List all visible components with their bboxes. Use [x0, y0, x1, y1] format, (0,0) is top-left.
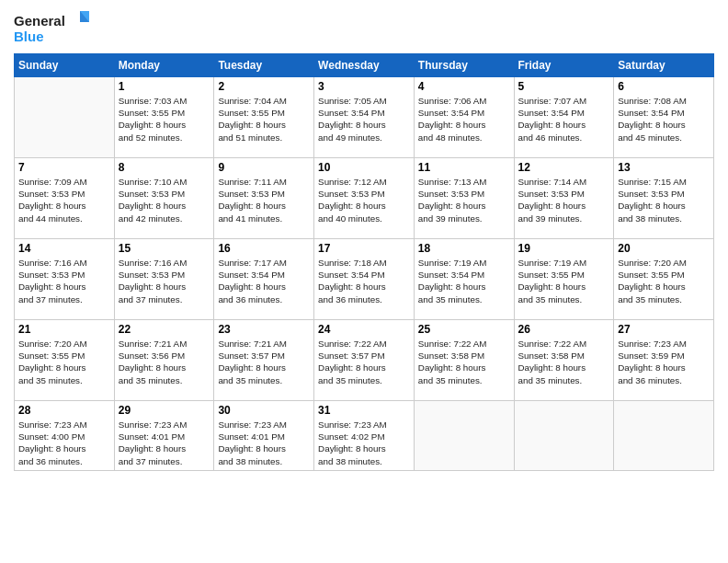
calendar-cell: 25Sunrise: 7:22 AMSunset: 3:58 PMDayligh…: [414, 320, 514, 401]
calendar-cell: 9Sunrise: 7:11 AMSunset: 3:53 PMDaylight…: [214, 158, 314, 239]
day-number: 26: [518, 323, 610, 336]
day-info: Sunrise: 7:05 AMSunset: 3:54 PMDaylight:…: [318, 95, 410, 144]
day-info: Sunrise: 7:23 AMSunset: 4:01 PMDaylight:…: [218, 419, 310, 467]
day-info: Sunrise: 7:16 AMSunset: 3:53 PMDaylight:…: [18, 257, 110, 305]
day-number: 17: [318, 242, 410, 255]
calendar-cell: 6Sunrise: 7:08 AMSunset: 3:54 PMDaylight…: [614, 77, 714, 158]
day-number: 21: [18, 323, 110, 336]
logo-svg: General Blue: [14, 9, 97, 46]
calendar-cell: 12Sunrise: 7:14 AMSunset: 3:53 PMDayligh…: [514, 158, 614, 239]
day-number: 1: [119, 80, 210, 93]
calendar-week-row: 7Sunrise: 7:09 AMSunset: 3:53 PMDaylight…: [15, 158, 714, 239]
day-number: 22: [119, 323, 210, 336]
day-info: Sunrise: 7:03 AMSunset: 3:55 PMDaylight:…: [119, 95, 210, 144]
day-info: Sunrise: 7:08 AMSunset: 3:54 PMDaylight:…: [618, 95, 710, 144]
day-info: Sunrise: 7:06 AMSunset: 3:54 PMDaylight:…: [418, 95, 510, 144]
day-info: Sunrise: 7:13 AMSunset: 3:53 PMDaylight:…: [418, 176, 510, 224]
svg-text:General: General: [14, 13, 65, 29]
day-number: 3: [318, 80, 410, 93]
calendar-cell: 22Sunrise: 7:21 AMSunset: 3:56 PMDayligh…: [114, 320, 214, 401]
calendar-cell: 16Sunrise: 7:17 AMSunset: 3:54 PMDayligh…: [214, 239, 314, 320]
day-info: Sunrise: 7:23 AMSunset: 4:00 PMDaylight:…: [18, 419, 110, 467]
day-info: Sunrise: 7:23 AMSunset: 3:59 PMDaylight:…: [618, 338, 710, 386]
day-info: Sunrise: 7:17 AMSunset: 3:54 PMDaylight:…: [218, 257, 310, 305]
day-info: Sunrise: 7:14 AMSunset: 3:53 PMDaylight:…: [518, 176, 610, 224]
day-info: Sunrise: 7:16 AMSunset: 3:53 PMDaylight:…: [119, 257, 210, 305]
day-number: 14: [18, 242, 110, 255]
calendar-cell: 27Sunrise: 7:23 AMSunset: 3:59 PMDayligh…: [614, 320, 714, 401]
day-info: Sunrise: 7:21 AMSunset: 3:56 PMDaylight:…: [119, 338, 210, 386]
calendar-cell: 15Sunrise: 7:16 AMSunset: 3:53 PMDayligh…: [114, 239, 214, 320]
calendar-cell: 20Sunrise: 7:20 AMSunset: 3:55 PMDayligh…: [614, 239, 714, 320]
calendar-week-row: 28Sunrise: 7:23 AMSunset: 4:00 PMDayligh…: [15, 401, 714, 471]
day-info: Sunrise: 7:22 AMSunset: 3:58 PMDaylight:…: [518, 338, 610, 386]
calendar-cell: 13Sunrise: 7:15 AMSunset: 3:53 PMDayligh…: [614, 158, 714, 239]
day-number: 6: [618, 80, 710, 93]
day-info: Sunrise: 7:04 AMSunset: 3:55 PMDaylight:…: [218, 95, 310, 144]
calendar-cell: 2Sunrise: 7:04 AMSunset: 3:55 PMDaylight…: [214, 77, 314, 158]
weekday-header-saturday: Saturday: [614, 54, 714, 77]
calendar-cell: 1Sunrise: 7:03 AMSunset: 3:55 PMDaylight…: [114, 77, 214, 158]
calendar-cell: 18Sunrise: 7:19 AMSunset: 3:54 PMDayligh…: [414, 239, 514, 320]
weekday-header-sunday: Sunday: [15, 54, 115, 77]
calendar-week-row: 21Sunrise: 7:20 AMSunset: 3:55 PMDayligh…: [15, 320, 714, 401]
day-number: 29: [119, 404, 210, 417]
calendar-cell: 3Sunrise: 7:05 AMSunset: 3:54 PMDaylight…: [314, 77, 415, 158]
weekday-header-wednesday: Wednesday: [314, 54, 415, 77]
day-info: Sunrise: 7:23 AMSunset: 4:01 PMDaylight:…: [119, 419, 210, 467]
weekday-header-thursday: Thursday: [414, 54, 514, 77]
page-container: General Blue SundayMondayTuesdayWednesda…: [0, 0, 728, 563]
calendar-cell: 7Sunrise: 7:09 AMSunset: 3:53 PMDaylight…: [15, 158, 115, 239]
day-info: Sunrise: 7:22 AMSunset: 3:57 PMDaylight:…: [318, 338, 410, 386]
day-number: 11: [418, 161, 510, 174]
calendar-cell: 11Sunrise: 7:13 AMSunset: 3:53 PMDayligh…: [414, 158, 514, 239]
weekday-header-tuesday: Tuesday: [214, 54, 314, 77]
day-number: 31: [318, 404, 410, 417]
calendar-cell: 14Sunrise: 7:16 AMSunset: 3:53 PMDayligh…: [15, 239, 115, 320]
day-info: Sunrise: 7:20 AMSunset: 3:55 PMDaylight:…: [18, 338, 110, 386]
calendar-cell: [15, 77, 115, 158]
day-info: Sunrise: 7:22 AMSunset: 3:58 PMDaylight:…: [418, 338, 510, 386]
calendar-week-row: 1Sunrise: 7:03 AMSunset: 3:55 PMDaylight…: [15, 77, 714, 158]
day-number: 9: [218, 161, 310, 174]
calendar-cell: 10Sunrise: 7:12 AMSunset: 3:53 PMDayligh…: [314, 158, 415, 239]
day-info: Sunrise: 7:18 AMSunset: 3:54 PMDaylight:…: [318, 257, 410, 305]
day-number: 13: [618, 161, 710, 174]
calendar-cell: 4Sunrise: 7:06 AMSunset: 3:54 PMDaylight…: [414, 77, 514, 158]
calendar-cell: [614, 401, 714, 471]
calendar-cell: 24Sunrise: 7:22 AMSunset: 3:57 PMDayligh…: [314, 320, 415, 401]
svg-text:Blue: Blue: [14, 29, 44, 44]
day-number: 15: [119, 242, 210, 255]
day-number: 16: [218, 242, 310, 255]
day-number: 24: [318, 323, 410, 336]
calendar-cell: 28Sunrise: 7:23 AMSunset: 4:00 PMDayligh…: [15, 401, 115, 471]
logo: General Blue: [14, 9, 97, 46]
calendar-cell: 19Sunrise: 7:19 AMSunset: 3:55 PMDayligh…: [514, 239, 614, 320]
calendar-cell: 21Sunrise: 7:20 AMSunset: 3:55 PMDayligh…: [15, 320, 115, 401]
day-number: 20: [618, 242, 710, 255]
logo-text-block: General Blue: [14, 9, 97, 46]
day-number: 12: [518, 161, 610, 174]
day-number: 10: [318, 161, 410, 174]
day-number: 30: [218, 404, 310, 417]
weekday-header-friday: Friday: [514, 54, 614, 77]
day-number: 27: [618, 323, 710, 336]
page-header: General Blue: [14, 9, 714, 46]
day-number: 5: [518, 80, 610, 93]
calendar-cell: 26Sunrise: 7:22 AMSunset: 3:58 PMDayligh…: [514, 320, 614, 401]
calendar-header-row: SundayMondayTuesdayWednesdayThursdayFrid…: [15, 54, 714, 77]
day-number: 19: [518, 242, 610, 255]
day-number: 25: [418, 323, 510, 336]
calendar-table: SundayMondayTuesdayWednesdayThursdayFrid…: [14, 53, 714, 471]
day-number: 18: [418, 242, 510, 255]
calendar-cell: 23Sunrise: 7:21 AMSunset: 3:57 PMDayligh…: [214, 320, 314, 401]
weekday-header-monday: Monday: [114, 54, 214, 77]
day-info: Sunrise: 7:20 AMSunset: 3:55 PMDaylight:…: [618, 257, 710, 305]
calendar-cell: 5Sunrise: 7:07 AMSunset: 3:54 PMDaylight…: [514, 77, 614, 158]
day-info: Sunrise: 7:11 AMSunset: 3:53 PMDaylight:…: [218, 176, 310, 224]
day-info: Sunrise: 7:21 AMSunset: 3:57 PMDaylight:…: [218, 338, 310, 386]
day-info: Sunrise: 7:23 AMSunset: 4:02 PMDaylight:…: [318, 419, 410, 467]
day-number: 4: [418, 80, 510, 93]
day-info: Sunrise: 7:10 AMSunset: 3:53 PMDaylight:…: [119, 176, 210, 224]
day-info: Sunrise: 7:19 AMSunset: 3:54 PMDaylight:…: [418, 257, 510, 305]
